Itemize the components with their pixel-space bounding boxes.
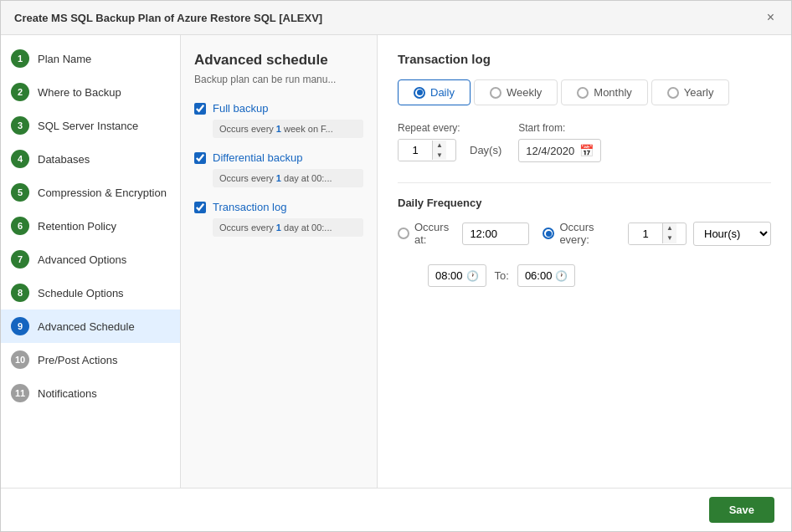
middle-panel-subtitle: Backup plan can be run manu...: [194, 74, 363, 85]
step-circle-1: 1: [11, 49, 29, 68]
repeat-every-label: Repeat every:: [398, 122, 501, 134]
end-time-clock-icon: 🕐: [555, 270, 568, 282]
repeat-every-down[interactable]: ▼: [433, 151, 446, 161]
sidebar-label-7: Advanced Options: [38, 253, 126, 266]
tab-daily-label: Daily: [430, 86, 455, 99]
frequency-options-row: Occurs at: Occurs every: ▲ ▼: [398, 221, 771, 246]
divider: [398, 182, 771, 183]
occurs-every-value-wrap: ▲ ▼: [628, 223, 687, 245]
occurs-at-label: Occurs at:: [414, 221, 449, 246]
start-time-wrap: 08:00 🕐: [428, 264, 486, 287]
sidebar-label-11: Notifications: [38, 387, 97, 400]
occurs-every-input[interactable]: [629, 223, 662, 244]
save-button[interactable]: Save: [709, 497, 774, 523]
differential-backup-checkbox[interactable]: [194, 152, 206, 164]
right-panel: Transaction log Daily Weekly Monthly Y: [378, 35, 791, 488]
step-circle-8: 8: [11, 284, 29, 302]
tab-daily[interactable]: Daily: [398, 79, 471, 105]
time-range-row: 08:00 🕐 To: 06:00 🕐: [428, 264, 771, 287]
sidebar-label-8: Schedule Options: [38, 287, 124, 299]
transaction-log-checkbox[interactable]: [194, 202, 206, 213]
sidebar-item-3[interactable]: 3SQL Server Instance: [1, 109, 180, 142]
start-from-value: 12/4/2020: [526, 145, 574, 157]
step-circle-10: 10: [11, 350, 29, 369]
sidebar-item-10[interactable]: 10Pre/Post Actions: [1, 343, 180, 376]
transaction-log-desc: Occurs every 1 day at 00:...: [213, 218, 363, 237]
dialog-title: Create MS SQL Backup Plan of Azure Resto…: [14, 12, 322, 24]
full-backup-label: Full backup: [213, 102, 268, 115]
occurs-at-input[interactable]: [462, 223, 529, 245]
step-circle-4: 4: [11, 150, 29, 168]
sidebar-item-9[interactable]: 9Advanced Schedule: [1, 309, 180, 343]
sidebar-item-6[interactable]: 6Retention Policy: [1, 209, 180, 243]
title-bar: Create MS SQL Backup Plan of Azure Resto…: [1, 1, 791, 35]
right-panel-title: Transaction log: [398, 52, 771, 66]
start-time-value: 08:00: [435, 269, 463, 282]
occurs-every-down[interactable]: ▼: [663, 233, 676, 243]
sidebar-item-7[interactable]: 7Advanced Options: [1, 243, 180, 276]
to-label: To:: [495, 269, 509, 282]
backup-item-transaction: Transaction log Occurs every 1 day at 00…: [194, 201, 363, 237]
sidebar-item-8[interactable]: 8Schedule Options: [1, 276, 180, 309]
tab-weekly[interactable]: Weekly: [474, 79, 558, 105]
sidebar-item-2[interactable]: 2Where to Backup: [1, 75, 180, 109]
dialog: Create MS SQL Backup Plan of Azure Resto…: [0, 0, 792, 532]
sidebar-label-2: Where to Backup: [38, 86, 121, 99]
start-from-group: Start from: 12/4/2020 📅: [518, 122, 601, 162]
middle-panel: Advanced schedule Backup plan can be run…: [181, 35, 378, 488]
differential-backup-desc: Occurs every 1 day at 00:...: [213, 169, 363, 187]
dialog-body: 1Plan Name2Where to Backup3SQL Server In…: [1, 35, 791, 488]
occurs-every-spinners: ▲ ▼: [662, 223, 676, 243]
repeat-start-row: Repeat every: ▲ ▼ Day(s) Start fro: [398, 122, 771, 162]
sidebar-label-4: Databases: [38, 153, 90, 166]
occurs-every-unit-select[interactable]: Hour(s) Minute(s): [693, 222, 771, 246]
backup-item-differential: Differential backup Occurs every 1 day a…: [194, 151, 363, 187]
sidebar-item-5[interactable]: 5Compression & Encryption: [1, 176, 180, 209]
calendar-icon: 📅: [579, 144, 594, 157]
step-circle-5: 5: [11, 183, 29, 202]
occurs-every-option[interactable]: Occurs every:: [543, 221, 608, 246]
sidebar-item-1[interactable]: 1Plan Name: [1, 42, 180, 75]
step-circle-7: 7: [11, 250, 29, 269]
repeat-every-input-wrap: ▲ ▼: [398, 139, 456, 161]
start-from-input-wrap[interactable]: 12/4/2020 📅: [518, 139, 601, 162]
sidebar-label-9: Advanced Schedule: [38, 320, 135, 333]
tab-yearly-radio: [667, 87, 679, 99]
daily-frequency-label: Daily Frequency: [398, 197, 771, 209]
full-backup-checkbox[interactable]: [194, 103, 206, 115]
tab-row: Daily Weekly Monthly Yearly: [398, 79, 771, 105]
occurs-at-option[interactable]: Occurs at:: [398, 221, 449, 246]
tab-weekly-label: Weekly: [507, 86, 542, 99]
sidebar-label-10: Pre/Post Actions: [38, 354, 117, 366]
tab-monthly[interactable]: Monthly: [561, 79, 648, 105]
step-circle-6: 6: [11, 217, 29, 235]
sidebar-label-5: Compression & Encryption: [38, 187, 167, 199]
sidebar-label-1: Plan Name: [38, 53, 91, 65]
tab-daily-radio: [414, 87, 425, 99]
sidebar-label-6: Retention Policy: [38, 220, 116, 233]
step-circle-9: 9: [11, 317, 29, 335]
step-circle-3: 3: [11, 116, 29, 135]
occurs-at-radio: [398, 228, 409, 239]
middle-panel-title: Advanced schedule: [194, 52, 363, 69]
sidebar-item-4[interactable]: 4Databases: [1, 142, 180, 176]
repeat-every-up[interactable]: ▲: [433, 141, 446, 151]
end-time-wrap: 06:00 🕐: [517, 264, 576, 287]
repeat-every-unit: Day(s): [470, 144, 501, 156]
tab-yearly-label: Yearly: [684, 86, 714, 99]
occurs-every-inputs: ▲ ▼ Hour(s) Minute(s): [628, 222, 771, 246]
sidebar-item-11[interactable]: 11Notifications: [1, 376, 180, 410]
end-time-value: 06:00: [525, 269, 553, 282]
start-from-label: Start from:: [518, 122, 601, 134]
close-button[interactable]: ×: [764, 9, 778, 26]
sidebar-label-3: SQL Server Instance: [38, 120, 138, 132]
occurs-every-label: Occurs every:: [559, 221, 608, 246]
repeat-every-spinners: ▲ ▼: [432, 141, 446, 160]
tab-weekly-radio: [490, 87, 501, 99]
occurs-every-up[interactable]: ▲: [663, 223, 676, 233]
backup-item-full: Full backup Occurs every 1 week on F...: [194, 102, 363, 138]
tab-monthly-label: Monthly: [594, 86, 632, 99]
transaction-log-label: Transaction log: [213, 201, 286, 213]
tab-yearly[interactable]: Yearly: [651, 79, 730, 105]
repeat-every-input[interactable]: [399, 140, 432, 161]
